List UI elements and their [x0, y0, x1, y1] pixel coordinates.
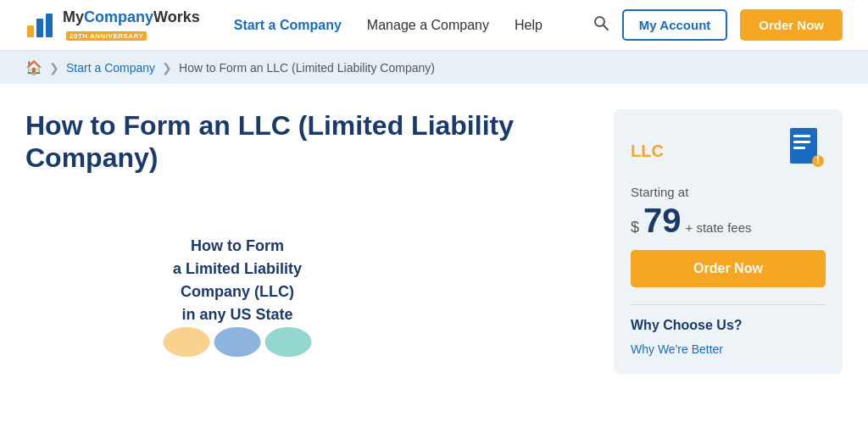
- breadcrumb-start-company[interactable]: Start a Company: [66, 61, 155, 75]
- left-content: How to Form an LLC (Limited Liability Co…: [25, 109, 588, 374]
- nav-manage-company[interactable]: Manage a Company: [367, 18, 489, 33]
- nav-help[interactable]: Help: [515, 18, 542, 33]
- image-blobs: [164, 327, 312, 357]
- nav-start-company[interactable]: Start a Company: [234, 18, 342, 33]
- breadcrumb-home[interactable]: 🏠: [25, 59, 42, 75]
- page-title: How to Form an LLC (Limited Liability Co…: [25, 109, 588, 175]
- right-sidebar: LLC ! Starting at $ 79 + state fees: [614, 109, 843, 374]
- breadcrumb-sep-1: ❯: [49, 61, 59, 75]
- sidebar-divider: [631, 304, 826, 305]
- llc-label: LLC: [631, 142, 664, 161]
- price-row: $ 79 + state fees: [631, 203, 826, 237]
- order-now-header-button[interactable]: Order Now: [740, 9, 843, 41]
- svg-rect-1: [36, 19, 43, 37]
- blob-teal: [265, 327, 312, 357]
- image-text: How to Forma Limited LiabilityCompany (L…: [173, 235, 302, 326]
- starting-at-label: Starting at: [631, 185, 826, 199]
- price-number: 79: [643, 203, 682, 237]
- svg-text:!: !: [816, 154, 820, 166]
- sidebar-card-header: LLC !: [631, 126, 826, 176]
- logo[interactable]: MyCompanyWorks 20TH ANNIVERSARY: [25, 8, 200, 42]
- site-header: MyCompanyWorks 20TH ANNIVERSARY Start a …: [0, 0, 868, 51]
- main-nav: Start a Company Manage a Company Help: [234, 18, 593, 33]
- svg-rect-8: [793, 147, 805, 149]
- search-button[interactable]: [593, 14, 609, 36]
- document-icon: !: [788, 126, 826, 176]
- svg-rect-7: [793, 141, 810, 143]
- breadcrumb-sep-2: ❯: [162, 61, 172, 75]
- sidebar-card: LLC ! Starting at $ 79 + state fees: [614, 109, 843, 374]
- why-choose-title: Why Choose Us?: [631, 318, 826, 333]
- svg-line-4: [604, 25, 608, 30]
- svg-rect-0: [27, 25, 34, 37]
- logo-icon: [25, 10, 56, 41]
- svg-rect-2: [46, 14, 53, 37]
- breadcrumb-current-page: How to Form an LLC (Limited Liability Co…: [179, 61, 435, 75]
- blob-blue: [214, 327, 261, 357]
- breadcrumb: 🏠 ❯ Start a Company ❯ How to Form an LLC…: [0, 51, 868, 84]
- blob-orange: [164, 327, 210, 357]
- sidebar-order-now-button[interactable]: Order Now: [631, 250, 826, 287]
- svg-rect-6: [793, 135, 810, 137]
- main-content: How to Form an LLC (Limited Liability Co…: [0, 84, 868, 399]
- my-account-button[interactable]: My Account: [622, 9, 727, 41]
- llc-image: How to Forma Limited LiabilityCompany (L…: [76, 196, 398, 365]
- price-dollar: $: [631, 219, 639, 236]
- why-better-link[interactable]: Why We're Better: [631, 342, 723, 356]
- price-fees: + state fees: [686, 220, 752, 235]
- logo-text: MyCompanyWorks 20TH ANNIVERSARY: [63, 8, 200, 42]
- nav-right: My Account Order Now: [593, 9, 843, 41]
